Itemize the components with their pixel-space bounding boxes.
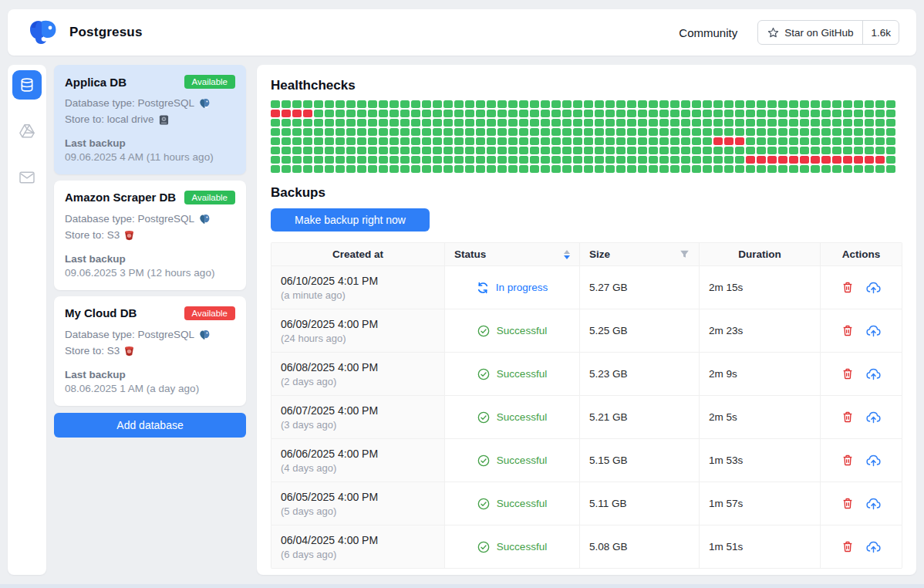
healthcheck-cell: [433, 100, 442, 108]
healthcheck-cell: [659, 137, 669, 145]
restore-upload-backup-button[interactable]: [866, 541, 881, 553]
healthcheck-cell: [865, 137, 874, 145]
healthcheck-cell: [713, 137, 723, 145]
healthcheck-cell: [562, 100, 572, 108]
status-cell: Successful: [445, 482, 580, 525]
add-database-button[interactable]: Add database: [54, 413, 246, 438]
healthcheck-cell: [865, 128, 874, 136]
healthcheck-cell: [789, 128, 798, 136]
healthcheck-cell: [497, 147, 507, 154]
healthcheck-cell: [757, 137, 766, 145]
created-at-cell: 06/06/2025 4:00 PM(4 days ago): [271, 439, 445, 482]
healthcheck-cell: [886, 128, 895, 136]
healthcheck-cell: [314, 100, 323, 108]
filter-icon[interactable]: [680, 249, 690, 259]
healthcheck-cell: [562, 156, 572, 164]
database-card-applica[interactable]: Applica DB Available Database type: Post…: [54, 65, 246, 174]
delete-backup-button[interactable]: [841, 281, 854, 294]
database-type: Database type: PostgreSQL: [65, 211, 194, 228]
postgresql-elephant-icon: [199, 329, 211, 340]
sort-icon[interactable]: [564, 250, 570, 259]
status-cell: Successful: [445, 396, 580, 438]
healthcheck-cell: [649, 128, 658, 136]
community-link[interactable]: Community: [679, 26, 737, 39]
column-header-size[interactable]: Size: [580, 243, 700, 265]
s3-bucket-icon: [124, 230, 134, 241]
make-backup-button[interactable]: Make backup right now: [271, 208, 430, 231]
healthcheck-cell: [595, 165, 604, 173]
healthcheck-cell: [670, 165, 680, 173]
column-header-status[interactable]: Status: [445, 243, 580, 265]
healthcheck-cell: [530, 165, 539, 173]
sidebar-item-notifications[interactable]: [12, 163, 42, 192]
healthcheck-cell: [573, 147, 582, 154]
github-star-button[interactable]: Star on GitHub 1.6k: [757, 20, 899, 45]
restore-upload-backup-button[interactable]: [866, 498, 881, 510]
healthcheck-cell: [368, 128, 377, 136]
healthcheck-cell: [627, 110, 636, 117]
sidebar-item-databases[interactable]: [12, 70, 42, 100]
healthcheck-cell: [336, 110, 345, 117]
healthcheck-cell: [487, 147, 496, 154]
healthcheck-cell: [649, 137, 658, 145]
healthcheck-cell: [389, 100, 399, 108]
healthcheck-cell: [562, 147, 572, 154]
healthcheck-cell: [627, 156, 636, 164]
restore-upload-backup-button[interactable]: [866, 325, 881, 337]
delete-backup-button[interactable]: [841, 540, 854, 553]
size-cell: 5.08 GB: [580, 525, 700, 568]
healthcheck-cell: [476, 165, 485, 173]
delete-backup-button[interactable]: [841, 454, 854, 467]
healthcheck-cell: [595, 110, 604, 117]
healthcheck-cell: [476, 128, 485, 136]
delete-backup-button[interactable]: [841, 367, 854, 380]
delete-backup-button[interactable]: [841, 324, 854, 337]
healthcheck-cell: [465, 165, 474, 173]
delete-backup-button[interactable]: [841, 411, 854, 424]
google-drive-icon: [19, 123, 35, 139]
healthcheck-cell: [379, 110, 388, 117]
healthcheck-cell: [616, 156, 626, 164]
healthcheck-cell: [800, 128, 809, 136]
healthcheck-cell: [886, 100, 895, 108]
healthcheck-cell: [854, 165, 863, 173]
healthcheck-cell: [832, 137, 841, 145]
healthcheck-cell: [789, 147, 798, 154]
healthcheck-cell: [821, 128, 831, 136]
healthcheck-cell: [411, 128, 420, 136]
delete-backup-button[interactable]: [841, 497, 854, 510]
database-card-my-cloud[interactable]: My Cloud DB Available Database type: Pos…: [54, 296, 246, 406]
healthcheck-cell: [638, 165, 647, 173]
horizontal-scrollbar[interactable]: [0, 584, 924, 588]
healthcheck-cell: [757, 100, 766, 108]
sidebar-item-storage[interactable]: [12, 117, 42, 146]
healthcheck-cell: [292, 100, 302, 108]
star-count: 1.6k: [862, 21, 899, 44]
healthcheck-cell: [443, 128, 453, 136]
restore-upload-backup-button[interactable]: [866, 368, 881, 380]
healthcheck-cell: [703, 128, 712, 136]
column-header-created-at[interactable]: Created at: [271, 243, 445, 265]
healthcheck-cell: [336, 165, 345, 173]
healthcheck-cell: [271, 100, 280, 108]
healthcheck-cell: [811, 128, 820, 136]
healthcheck-cell: [379, 137, 388, 145]
healthcheck-cell: [584, 128, 593, 136]
database-type: Database type: PostgreSQL: [65, 96, 194, 112]
restore-upload-backup-button[interactable]: [866, 282, 881, 294]
healthcheck-cell: [487, 119, 496, 127]
healthcheck-cell: [789, 119, 798, 127]
healthcheck-cell: [508, 165, 518, 173]
restore-upload-backup-button[interactable]: [866, 455, 881, 467]
backups-table: Created at Status Size Duration Actions …: [271, 242, 902, 569]
healthcheck-cell: [508, 100, 518, 108]
healthcheck-cell: [282, 156, 291, 164]
healthcheck-cell: [271, 165, 280, 173]
healthcheck-cell: [875, 156, 885, 164]
restore-upload-backup-button[interactable]: [866, 411, 881, 424]
healthcheck-cell: [519, 147, 528, 154]
database-card-amazon-scraper[interactable]: Amazon Scraper DB Available Database typ…: [54, 181, 246, 290]
database-name: Amazon Scraper DB: [65, 191, 176, 204]
healthcheck-cell: [530, 110, 539, 117]
healthcheck-cell: [821, 100, 831, 108]
